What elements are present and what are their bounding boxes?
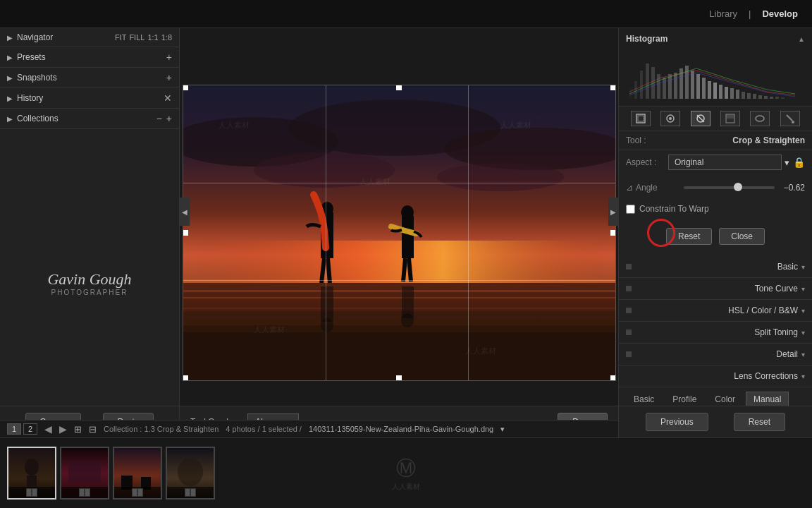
fill-btn[interactable]: FILL [129, 33, 144, 42]
close-crop-button[interactable]: Close [719, 228, 765, 245]
svg-rect-66 [725, 87, 728, 99]
presets-add-icon[interactable]: + [166, 52, 172, 63]
angle-slider-thumb[interactable] [734, 183, 742, 191]
angle-row: ⊿ Angle −0.62 [619, 180, 812, 195]
constrain-row: Constrain To Warp [619, 201, 812, 217]
svg-line-86 [787, 115, 792, 121]
crop-handle-tr[interactable] [610, 85, 616, 90]
lens-tab-color[interactable]: Color [707, 392, 743, 407]
filmstrip-thumb-4[interactable] [166, 447, 215, 500]
basic-arrow: ▾ [801, 263, 805, 271]
radial-filter-icon[interactable] [750, 111, 770, 126]
svg-rect-12 [183, 325, 616, 381]
hsl-section-item[interactable]: HSL / Color / B&W ▾ [619, 300, 812, 322]
one-to-one-btn[interactable]: 1:1 [147, 33, 158, 42]
crop-handle-mr[interactable] [610, 230, 616, 236]
hsl-label: HSL / Color / B&W [635, 306, 798, 315]
angle-icon: ⊿ [626, 183, 633, 193]
svg-rect-36 [80, 489, 84, 496]
svg-rect-34 [68, 461, 101, 483]
library-tab[interactable]: Library [709, 8, 737, 19]
history-header[interactable]: ▶ History ✕ [0, 88, 179, 108]
snapshots-header[interactable]: ▶ Snapshots + [0, 68, 179, 87]
angle-label: Angle [636, 183, 678, 193]
svg-rect-50 [634, 81, 637, 99]
aspect-value[interactable]: Original [668, 155, 782, 170]
crop-grid-h1 [183, 183, 615, 183]
snapshots-add-icon[interactable]: + [166, 72, 172, 83]
nav-prev-arrow[interactable]: ◀ [44, 423, 52, 435]
tone-curve-arrow: ▾ [801, 285, 805, 293]
spot-removal-icon[interactable] [660, 111, 680, 126]
collections-arrow: ▶ [7, 115, 13, 123]
split-toning-section-item[interactable]: Split Toning ▾ [619, 322, 812, 344]
right-collapse-button[interactable]: ▶ [608, 198, 618, 226]
thumb3-badge [132, 488, 143, 497]
lens-corrections-header[interactable]: Lens Corrections ▾ [619, 365, 812, 387]
crop-handle-ml[interactable] [183, 230, 188, 236]
history-actions: ✕ [164, 92, 172, 104]
svg-rect-69 [742, 92, 745, 99]
detail-arrow: ▾ [801, 351, 805, 358]
presets-header[interactable]: ▶ Presets + [0, 47, 179, 67]
crop-handle-bl[interactable] [183, 375, 188, 381]
svg-rect-31 [27, 489, 31, 496]
page1-box[interactable]: 1 [7, 423, 21, 435]
photo-background: 人人素材 人人素材 人人素材 人人素材 人人素材 [183, 85, 616, 381]
tone-curve-section-item[interactable]: Tone Curve ▾ [619, 278, 812, 300]
thumb1-badge [26, 488, 37, 497]
filename-dropdown-icon[interactable]: ▾ [500, 425, 505, 434]
svg-rect-76 [781, 97, 785, 99]
aspect-label: Aspect : [626, 157, 668, 167]
reset-all-button[interactable]: Reset [734, 413, 785, 431]
hsl-indicator [626, 308, 632, 313]
detail-indicator [626, 351, 632, 357]
right-bottom-bar: Previous Reset [618, 406, 812, 437]
svg-text:人人素材: 人人素材 [219, 121, 250, 129]
lens-tab-basic[interactable]: Basic [626, 392, 662, 407]
crop-tool-icon[interactable] [631, 111, 651, 126]
snapshots-actions: + [166, 72, 172, 83]
grid-view-icon[interactable]: ⊞ [74, 424, 82, 435]
nav-next-arrow[interactable]: ▶ [59, 423, 67, 435]
zoom-btn[interactable]: 1:8 [161, 33, 172, 42]
crop-handle-tm[interactable] [396, 85, 402, 90]
adjustment-brush-icon[interactable] [780, 111, 800, 126]
basic-section-item[interactable]: Basic ▾ [619, 256, 812, 278]
fit-btn[interactable]: FIT [115, 33, 127, 42]
constrain-checkbox[interactable] [626, 205, 635, 214]
crop-handle-br[interactable] [610, 375, 616, 381]
filmstrip-thumb-2[interactable] [60, 447, 109, 500]
svg-rect-61 [696, 74, 700, 99]
histogram-collapse-icon[interactable]: ▲ [798, 35, 805, 43]
navigator-header[interactable]: ▶ Navigator FIT FILL 1:1 1:8 [0, 28, 179, 47]
crop-handle-bm[interactable] [396, 375, 402, 381]
angle-slider[interactable] [684, 186, 775, 189]
collections-header[interactable]: ▶ Collections − + [0, 109, 179, 128]
collections-add-icon[interactable]: + [166, 113, 172, 124]
history-clear-icon[interactable]: ✕ [164, 92, 172, 104]
redeye-tool-icon[interactable] [691, 111, 710, 126]
left-collapse-button[interactable]: ◀ [180, 198, 190, 226]
page2-box[interactable]: 2 [23, 423, 37, 435]
aspect-dropdown-icon[interactable]: ▾ [785, 157, 789, 168]
svg-rect-64 [713, 83, 717, 99]
lens-corrections-collapse-icon[interactable]: ▾ [801, 373, 805, 380]
previous-button[interactable]: Previous [646, 413, 708, 431]
lens-tab-manual[interactable]: Manual [746, 392, 789, 407]
thumb4-label [167, 487, 214, 498]
reset-crop-button[interactable]: Reset [666, 228, 712, 245]
lens-tab-profile[interactable]: Profile [665, 392, 704, 407]
svg-rect-48 [191, 489, 195, 496]
graduated-filter-icon[interactable] [720, 111, 740, 126]
detail-section-item[interactable]: Detail ▾ [619, 344, 812, 365]
tone-curve-indicator [626, 286, 632, 291]
filmstrip-thumb-1[interactable] [7, 447, 56, 500]
collections-minus-icon[interactable]: − [156, 113, 162, 124]
lock-icon[interactable]: 🔒 [793, 157, 805, 168]
filmstrip-view-icon[interactable]: ⊟ [89, 424, 97, 435]
crop-grid-v2 [468, 85, 469, 380]
crop-handle-tl[interactable] [183, 85, 188, 90]
filmstrip-thumb-3[interactable] [113, 447, 162, 500]
develop-tab[interactable]: Develop [762, 8, 798, 19]
